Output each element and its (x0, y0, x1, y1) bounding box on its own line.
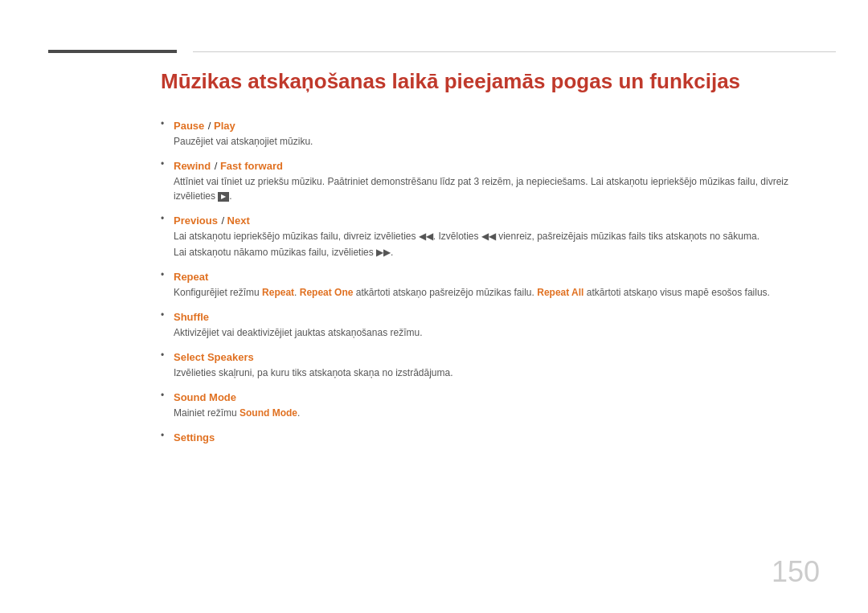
item-description-shuffle: Aktivizējiet vai deaktivizējiet jauktas … (174, 325, 820, 340)
item-heading-settings: Settings (174, 431, 215, 443)
item-heading-previous: Previous (174, 215, 218, 227)
separator: / (221, 215, 227, 227)
list-item: Settings (161, 430, 820, 444)
item-list: Pause / Play Pauzējiet vai atskaņojiet m… (161, 118, 820, 444)
sound-mode-bold: Sound Mode (240, 407, 297, 419)
list-item: Select Speakers Izvēlieties skaļruni, pa… (161, 349, 820, 380)
list-item: Rewind / Fast forward Attīniet vai tīnie… (161, 158, 820, 203)
play-icon: ▶ (218, 192, 229, 202)
item-description-previous-line1: Lai atskaņotu iepriekšējo mūzikas failu,… (174, 229, 820, 243)
item-heading-sound-mode: Sound Mode (174, 391, 236, 403)
item-description-sound-mode: Mainiet režīmu Sound Mode. (174, 406, 820, 420)
item-heading-next: Next (227, 215, 250, 227)
top-line (193, 51, 836, 52)
list-item: Shuffle Aktivizējiet vai deaktivizējiet … (161, 309, 820, 340)
top-bar (48, 48, 836, 53)
separator: / (215, 160, 220, 172)
item-description-previous-line2: Lai atskaņotu nākamo mūzikas failu, izvē… (174, 245, 820, 260)
item-heading-select-speakers: Select Speakers (174, 351, 254, 363)
item-heading-repeat: Repeat (174, 271, 208, 283)
item-description-rewind: Attīniet vai tīniet uz priekšu mūziku. P… (174, 174, 820, 203)
list-item: Repeat Konfigurējiet režīmu Repeat. Repe… (161, 269, 820, 300)
repeat-all-bold: Repeat All (537, 287, 583, 298)
page-container: Mūzikas atskaņošanas laikā pieejamās pog… (0, 0, 868, 613)
item-heading-play: Play (214, 120, 235, 132)
item-heading-rewind: Rewind (174, 160, 211, 172)
item-description-pause-play: Pauzējiet vai atskaņojiet mūziku. (174, 134, 820, 149)
page-number: 150 (772, 555, 820, 589)
item-heading-shuffle: Shuffle (174, 311, 209, 323)
item-description-select-speakers: Izvēlieties skaļruni, pa kuru tiks atska… (174, 366, 820, 380)
content-area: Mūzikas atskaņošanas laikā pieejamās pog… (161, 68, 820, 454)
item-description-repeat: Konfigurējiet režīmu Repeat. Repeat One … (174, 285, 820, 300)
list-item: Sound Mode Mainiet režīmu Sound Mode. (161, 390, 820, 420)
list-item: Previous / Next Lai atskaņotu iepriekšēj… (161, 213, 820, 260)
item-heading-fastforward: Fast forward (220, 160, 283, 172)
list-item: Pause / Play Pauzējiet vai atskaņojiet m… (161, 118, 820, 149)
repeat-bold: Repeat (262, 287, 294, 298)
item-heading-pause: Pause (174, 120, 204, 132)
page-title: Mūzikas atskaņošanas laikā pieejamās pog… (161, 68, 820, 96)
repeat-one-bold: Repeat One (300, 287, 354, 298)
separator: / (208, 120, 214, 132)
accent-bar (48, 50, 177, 53)
